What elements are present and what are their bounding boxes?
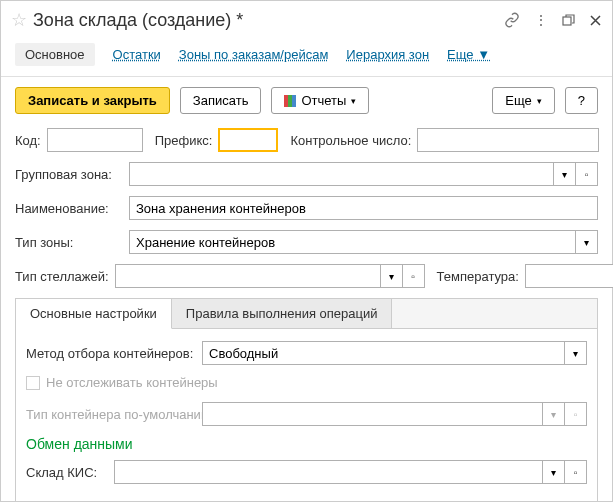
close-icon[interactable] <box>589 14 602 27</box>
method-label: Метод отбора контейнеров: <box>26 346 196 361</box>
nav-more[interactable]: Еще ▼ <box>447 47 490 62</box>
svg-rect-0 <box>563 17 571 25</box>
nav-balances[interactable]: Остатки <box>113 47 161 62</box>
favorite-star-icon[interactable]: ☆ <box>11 9 27 31</box>
code-input[interactable] <box>47 128 143 152</box>
save-close-button[interactable]: Записать и закрыть <box>15 87 170 114</box>
form-body: Код: Префикс: Контрольное число: Группов… <box>1 124 612 502</box>
kis-open[interactable]: ▫ <box>565 460 587 484</box>
tab-bar: Основные настройки Правила выполнения оп… <box>16 299 597 329</box>
nav-hierarchy[interactable]: Иерархия зон <box>346 47 429 62</box>
rack-type-dropdown[interactable]: ▾ <box>381 264 403 288</box>
no-track-label: Не отслеживать контейнеры <box>46 375 218 390</box>
toolbar: Записать и закрыть Записать Отчеты ▾ Еще… <box>1 77 612 124</box>
nav-main[interactable]: Основное <box>15 43 95 66</box>
rack-type-open[interactable]: ▫ <box>403 264 425 288</box>
default-type-input <box>202 402 543 426</box>
chevron-down-icon: ▾ <box>537 96 542 106</box>
default-type-label: Тип контейнера по-умолчанию: <box>26 407 196 422</box>
report-icon <box>284 95 296 107</box>
chevron-down-icon: ▼ <box>477 47 490 62</box>
group-zone-dropdown[interactable]: ▾ <box>554 162 576 186</box>
kis-dropdown[interactable]: ▾ <box>543 460 565 484</box>
temp-input[interactable] <box>525 264 613 288</box>
code-label: Код: <box>15 133 41 148</box>
checknum-input[interactable] <box>417 128 599 152</box>
method-input[interactable] <box>202 341 565 365</box>
group-zone-input[interactable] <box>129 162 554 186</box>
kis-input[interactable] <box>114 460 543 484</box>
zone-type-input[interactable] <box>129 230 576 254</box>
zone-type-label: Тип зоны: <box>15 235 123 250</box>
window-restore-icon[interactable] <box>562 14 575 27</box>
method-dropdown[interactable]: ▾ <box>565 341 587 365</box>
exchange-section-title: Обмен данными <box>26 436 587 452</box>
tab-rules[interactable]: Правила выполнения операций <box>172 299 393 329</box>
rack-type-label: Тип стеллажей: <box>15 269 109 284</box>
tab-settings[interactable]: Основные настройки <box>16 299 172 329</box>
group-zone-label: Групповая зона: <box>15 167 123 182</box>
nav-by-orders[interactable]: Зоны по заказам/рейсам <box>179 47 328 62</box>
tabs-container: Основные настройки Правила выполнения оп… <box>15 298 598 502</box>
checknum-label: Контрольное число: <box>290 133 411 148</box>
more-button[interactable]: Еще ▾ <box>492 87 554 114</box>
save-button[interactable]: Записать <box>180 87 262 114</box>
tab-content: Метод отбора контейнеров: ▾ Не отслежива… <box>16 329 597 502</box>
zone-type-dropdown[interactable]: ▾ <box>576 230 598 254</box>
chevron-down-icon: ▾ <box>351 96 356 106</box>
kis-label: Склад КИС: <box>26 465 108 480</box>
kebab-menu-icon[interactable]: ⋮ <box>534 12 548 28</box>
name-input[interactable] <box>129 196 598 220</box>
titlebar: ☆ Зона склада (создание) * ⋮ <box>1 1 612 37</box>
window-title: Зона склада (создание) * <box>33 10 504 31</box>
reports-button[interactable]: Отчеты ▾ <box>271 87 369 114</box>
default-type-open: ▫ <box>565 402 587 426</box>
nav-bar: Основное Остатки Зоны по заказам/рейсам … <box>1 37 612 77</box>
rack-type-input[interactable] <box>115 264 381 288</box>
link-icon[interactable] <box>504 12 520 28</box>
window: ☆ Зона склада (создание) * ⋮ Основное Ос… <box>0 0 613 502</box>
prefix-label: Префикс: <box>155 133 213 148</box>
prefix-input[interactable] <box>218 128 278 152</box>
group-zone-open[interactable]: ▫ <box>576 162 598 186</box>
help-button[interactable]: ? <box>565 87 598 114</box>
name-label: Наименование: <box>15 201 123 216</box>
temp-label: Температура: <box>437 269 519 284</box>
default-type-dropdown: ▾ <box>543 402 565 426</box>
no-track-checkbox <box>26 376 40 390</box>
